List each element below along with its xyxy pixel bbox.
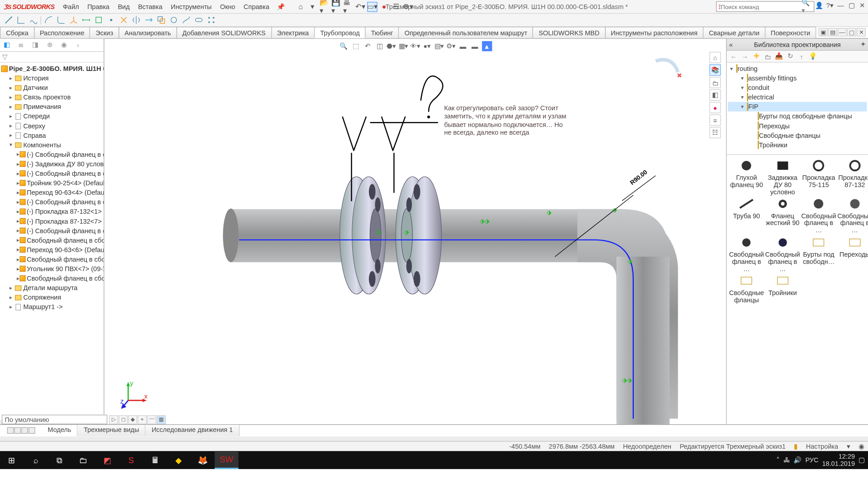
taskpane-explorer-icon[interactable]: 🗀 [709, 77, 721, 88]
lib-grid[interactable]: Глухой фланец 90Задвижка ДУ 80 условноПр… [726, 155, 868, 424]
menu-help[interactable]: Справка [240, 1, 273, 12]
lib-grid-item[interactable]: Прокладка 87-132 [837, 159, 868, 196]
graphics-viewport[interactable]: 🔍 ⬚ ↶ ◫ ⬣▾ ▦▾ 👁▾ ●▾ ▤▾ ⚙▾ ▬ ▬ ▲ [104, 39, 726, 424]
lib-tree-item[interactable]: Тройники [728, 140, 867, 150]
lib-newfolder-icon[interactable]: 🗀 [763, 52, 772, 61]
lib-grid-item[interactable]: Свободный фланец в … [765, 235, 800, 272]
tree-component-item[interactable]: ▸(-) Задвижка ДУ 80 условно [0, 159, 104, 169]
tray-vol-icon[interactable]: 🔊 [793, 456, 802, 464]
sketch-trim-icon[interactable] [118, 14, 129, 25]
tree-tab-config-icon[interactable]: ◨ [30, 40, 41, 51]
menu-file[interactable]: Файл [59, 1, 82, 12]
menu-window[interactable]: Окно [217, 1, 239, 12]
tree-components-folder[interactable]: ▾Компоненты [0, 140, 104, 150]
taskpane-appear-icon[interactable]: ● [709, 102, 721, 113]
lib-tree-item[interactable]: ▾assembly fittings [728, 73, 867, 83]
status-custom[interactable]: Настройка [806, 443, 838, 450]
taskpane-prop-icon[interactable]: ≡ [709, 114, 721, 126]
select-icon[interactable]: ▭▾ [367, 1, 377, 11]
lib-back-icon[interactable]: ← [729, 52, 738, 61]
sketch-pattern-icon[interactable] [206, 14, 217, 25]
explorer-icon[interactable]: 🗀 [71, 451, 95, 469]
menu-insert[interactable]: Вставка [134, 1, 166, 12]
lib-grid-item[interactable]: Свободный фланец в … [801, 197, 836, 234]
search-input[interactable] [721, 3, 802, 10]
sketch-mirror-icon[interactable] [131, 14, 142, 25]
child-min-icon[interactable]: — [838, 28, 847, 36]
child-max-icon[interactable]: ▢ [847, 28, 856, 36]
menu-tools[interactable]: Инструменты [167, 1, 215, 12]
lib-fwd-icon[interactable]: → [741, 52, 750, 61]
bottom-tab-model[interactable]: Модель [42, 425, 78, 436]
sketch-corner-icon[interactable] [15, 14, 26, 25]
tree-tail-item[interactable]: ▸Детали маршрута [0, 283, 104, 292]
lib-refresh-icon[interactable]: ↻ [786, 52, 795, 61]
maximize-icon[interactable]: ▢ [847, 0, 856, 10]
tree-item[interactable]: ▸История [0, 73, 104, 83]
lib-grid-item[interactable]: Труба 90 [729, 197, 764, 234]
lib-import-icon[interactable]: 📥 [774, 52, 783, 61]
status-dropdown-icon[interactable]: ▾ [847, 442, 850, 450]
lib-tree-item[interactable]: Переходы [728, 121, 867, 131]
tree-component-item[interactable]: ▸Тройник 90-25<4> (Default< [0, 178, 104, 188]
sketch-line-icon[interactable] [3, 14, 14, 25]
lib-grid-item[interactable]: Глухой фланец 90 [729, 159, 764, 196]
sketch-offset-icon[interactable] [156, 14, 166, 25]
tree-item[interactable]: ▸Связь проектов [0, 92, 104, 102]
app3-icon[interactable]: ◆ [167, 451, 191, 469]
motion-graph-icon[interactable]: 〰 [147, 415, 156, 424]
ribbon-tab-piping[interactable]: Трубопровод [314, 27, 366, 38]
ribbon-tab-evaluate[interactable]: Анализировать [118, 27, 177, 38]
lib-tree-item[interactable]: ▾routing [728, 64, 867, 73]
tree-component-item[interactable]: ▸Свободный фланец в сборе [0, 273, 104, 283]
lib-grid-item[interactable]: Свободный фланец в … [837, 197, 868, 234]
tree-component-item[interactable]: ▸(-) Свободный фланец в сбо [0, 197, 104, 206]
tree-component-item[interactable]: ▸Свободный фланец в сборе [0, 235, 104, 245]
taskpane-forum-icon[interactable]: ☷ [709, 127, 721, 138]
undo-icon[interactable]: ↶▾ [355, 1, 365, 11]
triad-icon[interactable]: y x z [119, 380, 149, 409]
child-close-icon[interactable]: ✕ [857, 28, 866, 36]
tray-notif-icon[interactable]: ▢ [859, 456, 864, 464]
help-icon[interactable]: ?▾ [825, 0, 835, 10]
ribbon-tab-surfaces[interactable]: Поверхности [765, 27, 816, 38]
lib-collapse-icon[interactable]: « [729, 41, 733, 48]
menu-view[interactable]: Вид [114, 1, 133, 12]
motion-result-icon[interactable]: ▦ [157, 415, 166, 424]
tree-tab-dim-icon[interactable]: ⊕ [44, 40, 55, 51]
tray-clock[interactable]: 12:2918.01.2019 [822, 453, 855, 467]
lib-tree-item[interactable]: ▾FIP [728, 102, 867, 111]
ribbon-tab-electrical[interactable]: Электрика [271, 27, 315, 38]
tray-up-icon[interactable]: ˄ [776, 456, 780, 464]
lib-grid-item[interactable]: Тройники [765, 273, 800, 303]
taskpane-lib-icon[interactable]: 📚 [709, 64, 721, 75]
lib-grid-item[interactable]: Прокладка 75-115 [801, 159, 836, 196]
print-icon[interactable]: 🖶▾ [343, 1, 353, 11]
tree-tail-item[interactable]: ▸Сопряжения [0, 292, 104, 302]
search-taskbar-icon[interactable]: ⌕ [24, 451, 48, 469]
tree-component-item[interactable]: ▸Свободный фланец в сборе [0, 254, 104, 264]
tree-component-item[interactable]: ▸(-) Свободный фланец в сбо [0, 150, 104, 159]
lib-up-icon[interactable]: ↑ [797, 52, 806, 61]
lib-info-icon[interactable]: 💡 [808, 52, 817, 61]
lib-grid-item[interactable]: Фланец жесткий 90 [765, 197, 800, 234]
bottom-tab-motion[interactable]: Исследование движения 1 [146, 425, 239, 436]
ribbon-tab-assembly[interactable]: Сборка [0, 27, 34, 38]
motion-cam-icon[interactable]: ⌖ [138, 415, 147, 424]
sketch-arc-icon[interactable] [43, 14, 54, 25]
start-icon[interactable]: ⊞ [0, 451, 24, 469]
sketch-spline-icon[interactable] [28, 14, 39, 25]
ribbon-tab-layout[interactable]: Расположение [34, 27, 90, 38]
tree-tail-item[interactable]: ▸Маршрут1 -> [0, 302, 104, 312]
lib-tree-item[interactable]: Свободные фланцы [728, 131, 867, 140]
feature-tree[interactable]: Pipe_2-Е-300БО. МРИЯ. Ш1Н 00.00. ▸Истори… [0, 62, 104, 419]
status-flag-icon[interactable]: ▮ [794, 442, 797, 450]
ribbon-tab-userroute[interactable]: Определенный пользователем маршрут [398, 27, 533, 38]
ribbon-tab-mbd[interactable]: SOLIDWORKS MBD [533, 27, 605, 38]
home-icon[interactable]: ⌂ [296, 1, 306, 11]
app1-icon[interactable]: ◩ [95, 451, 119, 469]
tree-root[interactable]: Pipe_2-Е-300БО. МРИЯ. Ш1Н 00.00. [0, 64, 104, 73]
ribbon-tab-sketch[interactable]: Эскиз [90, 27, 119, 38]
lib-add-icon[interactable]: ✚ [752, 52, 761, 61]
tree-component-item[interactable]: ▸(-) Прокладка 87-132<7> (П [0, 216, 104, 226]
